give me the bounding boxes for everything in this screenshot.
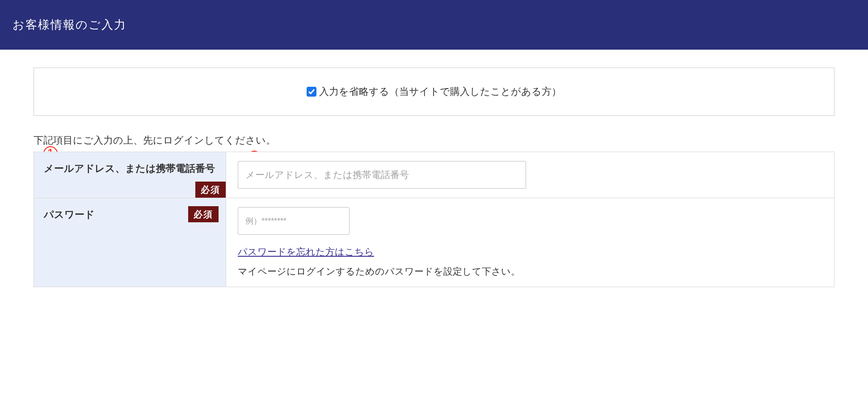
login-instruction: 下記項目にご入力の上、先にログインしてください。 (34, 134, 834, 147)
login-form-table: メールアドレス、または携帯電話番号 必須 パスワード 必須 パスワードを忘れた方… (34, 152, 834, 287)
email-or-phone-input[interactable] (238, 161, 526, 189)
forgot-password-link[interactable]: パスワードを忘れた方はこちら (238, 246, 822, 258)
label-cell-password: パスワード 必須 (34, 198, 226, 287)
page-title: お客様情報のご入力 (13, 18, 126, 31)
form-annotation-layer: 1 2 メールアドレス、または携帯電話番号 必須 (34, 152, 834, 287)
skip-input-label[interactable]: 入力を省略する（当サイトで購入したことがある方） (307, 85, 561, 98)
value-cell-password: パスワードを忘れた方はこちら マイページにログインするためのパスワードを設定して… (226, 198, 834, 287)
form-row-password: パスワード 必須 パスワードを忘れた方はこちら マイページにログインするためのパ… (34, 198, 834, 287)
form-row-email: メールアドレス、または携帯電話番号 必須 (34, 152, 834, 198)
password-input[interactable] (238, 207, 350, 235)
label-email: メールアドレス、または携帯電話番号 (44, 163, 215, 174)
password-helper-text: マイページにログインするためのパスワードを設定して下さい。 (238, 265, 822, 278)
label-password: パスワード (44, 209, 95, 220)
required-badge: 必須 (188, 206, 219, 222)
skip-input-text: 入力を省略する（当サイトで購入したことがある方） (319, 85, 561, 98)
required-badge: 必須 (195, 182, 226, 198)
checkbox-icon[interactable] (307, 87, 316, 97)
page-title-bar: お客様情報のご入力 (0, 0, 868, 50)
value-cell-email (226, 152, 834, 198)
label-cell-email: メールアドレス、または携帯電話番号 必須 (34, 152, 226, 198)
skip-input-box: 入力を省略する（当サイトで購入したことがある方） (34, 68, 834, 116)
